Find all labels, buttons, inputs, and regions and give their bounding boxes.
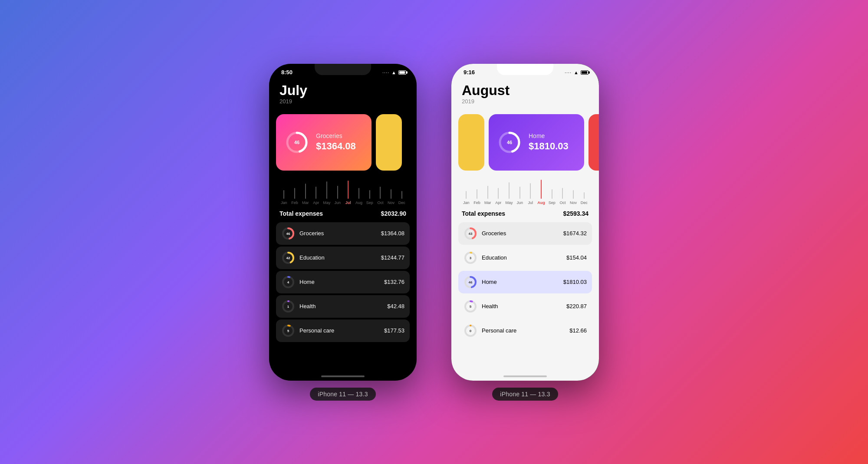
status-icons-1: ···· ▲ bbox=[382, 70, 406, 75]
name-groceries-1: Groceries bbox=[299, 230, 377, 237]
home-indicator-1 bbox=[321, 375, 365, 377]
mini-donut-groceries-1: 46 bbox=[281, 227, 295, 240]
total-expenses-2: Total expenses $2593.34 bbox=[451, 207, 599, 220]
lbl-aug-2: Aug bbox=[536, 201, 547, 205]
mini-donut-groceries-2: 43 bbox=[464, 227, 477, 240]
lbl-jul-1: Jul bbox=[343, 201, 354, 205]
chart-labels-1: Jan Feb Mar Apr May Jun Jul Aug Sep Oct … bbox=[278, 201, 408, 205]
wifi-signal-2: ▲ bbox=[574, 70, 579, 75]
card-info-2: Home $1810.03 bbox=[529, 132, 569, 152]
main-card-1[interactable]: 46 Groceries $1364.08 bbox=[276, 114, 372, 171]
amt-education-2: $154.04 bbox=[566, 254, 587, 261]
donut-2: 46 bbox=[497, 130, 522, 155]
list-item-personal-2[interactable]: 0 Personal care $12.66 bbox=[458, 319, 592, 342]
lbl-oct-1: Oct bbox=[375, 201, 386, 205]
lbl-sep-1: Sep bbox=[364, 201, 375, 205]
month-chart-1: Jan Feb Mar Apr May Jun Jul Aug Sep Oct … bbox=[269, 176, 417, 207]
tertiary-card-2[interactable] bbox=[589, 114, 599, 171]
bar-nov-2 bbox=[568, 190, 579, 199]
phone1-label: iPhone 11 — 13.3 bbox=[310, 388, 375, 401]
list-item-groceries-1[interactable]: 46 Groceries $1364.08 bbox=[276, 222, 410, 245]
list-item-health-2[interactable]: 5 Health $220.87 bbox=[458, 295, 592, 318]
mini-donut-home-2: 46 bbox=[464, 275, 477, 289]
pct-health-1: 1 bbox=[287, 304, 289, 308]
phone2-wrapper: 9:16 ···· ▲ August 2019 bbox=[451, 64, 599, 401]
bar-may-2 bbox=[504, 182, 515, 199]
bar-feb-2 bbox=[472, 189, 483, 199]
cards-carousel-2[interactable]: 46 Home $1810.03 bbox=[451, 109, 599, 176]
phone2-label: iPhone 11 — 13.3 bbox=[492, 388, 558, 401]
home-indicator-2 bbox=[503, 375, 547, 377]
name-education-1: Education bbox=[299, 254, 377, 261]
name-health-1: Health bbox=[299, 303, 383, 309]
pct-health-2: 5 bbox=[470, 304, 471, 308]
bar-jul-1 bbox=[343, 181, 354, 199]
year-1: 2019 bbox=[279, 98, 406, 105]
amt-health-2: $220.87 bbox=[566, 303, 587, 309]
amt-health-1: $42.48 bbox=[387, 303, 404, 309]
bar-may-1 bbox=[322, 181, 332, 199]
bar-aug-1 bbox=[354, 188, 365, 199]
lbl-feb-2: Feb bbox=[472, 201, 483, 205]
dots-icon-2: ···· bbox=[565, 70, 572, 75]
amt-personal-2: $12.66 bbox=[569, 327, 587, 334]
card-amount-1: $1364.08 bbox=[316, 141, 356, 152]
dots-icon-1: ···· bbox=[382, 70, 389, 75]
name-home-2: Home bbox=[482, 279, 559, 285]
total-label-2: Total expenses bbox=[462, 210, 505, 217]
mini-donut-health-1: 1 bbox=[281, 299, 295, 313]
secondary-card-2[interactable] bbox=[458, 114, 484, 171]
card-amount-2: $1810.03 bbox=[529, 141, 569, 152]
main-card-2[interactable]: 46 Home $1810.03 bbox=[489, 114, 584, 171]
list-item-health-1[interactable]: 1 Health $42.48 bbox=[276, 295, 410, 318]
cards-carousel-1[interactable]: 46 Groceries $1364.08 bbox=[269, 109, 417, 176]
lbl-nov-1: Nov bbox=[386, 201, 397, 205]
status-icons-2: ···· ▲ bbox=[565, 70, 589, 75]
bar-sep-1 bbox=[364, 190, 375, 199]
list-item-home-1[interactable]: 4 Home $132.76 bbox=[276, 271, 410, 293]
bar-jan-2 bbox=[461, 191, 472, 199]
bar-oct-2 bbox=[557, 188, 568, 199]
bar-oct-1 bbox=[375, 187, 386, 199]
lbl-dec-1: Dec bbox=[396, 201, 407, 205]
expense-list-2: 43 Groceries $1674.32 3 Education bbox=[451, 220, 599, 381]
lbl-oct-2: Oct bbox=[557, 201, 568, 205]
list-item-personal-1[interactable]: 5 Personal care $177.53 bbox=[276, 319, 410, 342]
list-item-education-1[interactable]: 42 Education $1244.77 bbox=[276, 247, 410, 269]
card-category-2: Home bbox=[529, 132, 569, 139]
name-health-2: Health bbox=[482, 303, 562, 309]
pct-groceries-2: 43 bbox=[469, 231, 473, 235]
battery-2 bbox=[581, 70, 589, 75]
total-label-1: Total expenses bbox=[279, 210, 323, 217]
pct-education-1: 42 bbox=[286, 256, 290, 260]
pct-groceries-1: 46 bbox=[286, 231, 290, 235]
lbl-sep-2: Sep bbox=[546, 201, 557, 205]
list-item-home-2[interactable]: 46 Home $1810.03 bbox=[458, 271, 592, 293]
notch-1 bbox=[315, 64, 371, 75]
mini-donut-personal-2: 0 bbox=[464, 324, 477, 338]
list-item-groceries-2[interactable]: 43 Groceries $1674.32 bbox=[458, 222, 592, 245]
bar-aug-2 bbox=[536, 180, 547, 199]
status-time-2: 9:16 bbox=[464, 69, 475, 76]
lbl-jun-2: Jun bbox=[514, 201, 525, 205]
lbl-dec-2: Dec bbox=[579, 201, 589, 205]
lbl-apr-2: Apr bbox=[493, 201, 504, 205]
lbl-may-2: May bbox=[504, 201, 515, 205]
phone1-screen: 8:50 ···· ▲ July 2019 bbox=[269, 64, 417, 381]
mini-donut-education-1: 42 bbox=[281, 251, 295, 265]
bar-nov-1 bbox=[386, 189, 397, 199]
total-amount-2: $2593.34 bbox=[563, 210, 589, 217]
list-item-education-2[interactable]: 3 Education $154.04 bbox=[458, 247, 592, 269]
secondary-card-1[interactable] bbox=[376, 114, 402, 171]
phone1-frame: 8:50 ···· ▲ July 2019 bbox=[269, 64, 417, 381]
lbl-aug-1: Aug bbox=[354, 201, 365, 205]
bar-jun-2 bbox=[514, 187, 525, 199]
bar-dec-2 bbox=[579, 192, 589, 199]
notch-2 bbox=[497, 64, 553, 75]
pct-personal-2: 0 bbox=[470, 329, 471, 332]
status-time-1: 8:50 bbox=[281, 69, 293, 76]
bar-jul-2 bbox=[525, 183, 536, 199]
phone2-screen: 9:16 ···· ▲ August 2019 bbox=[451, 64, 599, 381]
mini-donut-health-2: 5 bbox=[464, 299, 477, 313]
phone1-wrapper: 8:50 ···· ▲ July 2019 bbox=[269, 64, 417, 401]
